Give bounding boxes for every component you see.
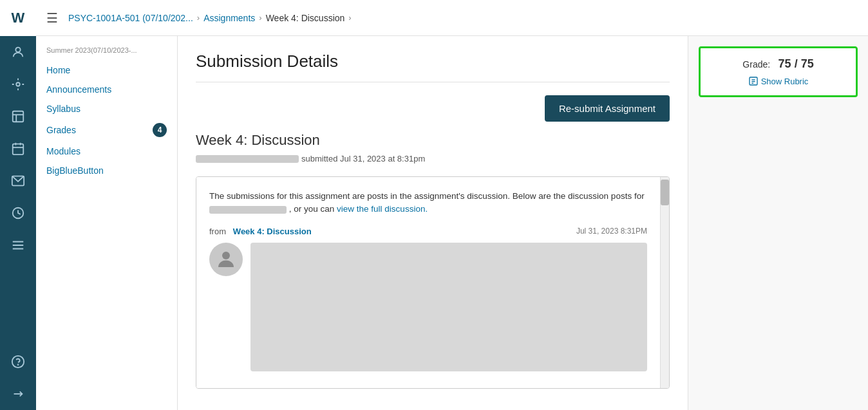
submission-text: The submissions for this assignment are … [209,190,647,216]
show-rubric-button[interactable]: Show Rubric [712,76,844,86]
student-name-redacted [196,155,299,163]
submission-meta: submitted Jul 31, 2023 at 8:31pm [196,154,670,163]
discussion-from-row: from Week 4: Discussion Jul 31, 2023 8:3… [209,227,647,236]
avatar-icon [214,248,238,271]
assignment-title: Week 4: Discussion [196,132,670,149]
page-title: Submission Details [196,51,670,82]
calendar-icon[interactable] [0,133,36,165]
svg-point-12 [18,364,19,365]
logo-button[interactable]: W [0,0,36,36]
sidebar-item-announcements[interactable]: Announcements [36,80,177,99]
user-icon[interactable] [0,36,36,68]
redacted-name-inline [209,206,287,214]
help-icon[interactable] [0,346,36,378]
content-area: Summer 2023(07/10/2023-... Home Announce… [36,36,868,410]
hamburger-menu[interactable]: ☰ [46,10,58,26]
breadcrumb-assignments[interactable]: Assignments [203,13,255,23]
files-icon[interactable] [0,229,36,261]
history-icon[interactable] [0,197,36,229]
sidebar-item-modules[interactable]: Modules [36,142,177,161]
breadcrumb-course[interactable]: PSYC-1001A-501 (07/10/202... [68,13,193,23]
top-nav: ☰ PSYC-1001A-501 (07/10/202... › Assignm… [36,0,868,36]
grade-label: Grade: [742,59,770,70]
sidebar-item-home[interactable]: Home [36,61,177,80]
grade-line: Grade: 75 / 75 [712,57,844,71]
breadcrumb-sep-1: › [197,13,200,23]
grade-value: 75 / 75 [778,57,814,70]
dashboard-icon[interactable] [0,68,36,100]
breadcrumb-sep-3: › [348,13,351,23]
submission-box: The submissions for this assignment are … [196,176,670,389]
from-label: from [209,227,226,236]
action-row: Re-submit Assignment [196,95,670,122]
svg-rect-5 [13,144,24,155]
svg-rect-2 [13,111,24,122]
discussion-timestamp: Jul 31, 2023 8:31PM [576,227,647,236]
resubmit-button[interactable]: Re-submit Assignment [545,95,670,122]
sidebar-item-syllabus[interactable]: Syllabus [36,99,177,118]
svg-point-14 [222,252,230,259]
sidebar-item-bigbluebutton[interactable]: BigBlueButton [36,161,177,180]
avatar-row [209,243,647,371]
show-rubric-label: Show Rubric [761,77,809,86]
post-content-placeholder [250,243,647,371]
sidebar: Summer 2023(07/10/2023-... Home Announce… [36,36,178,410]
sidebar-item-grades[interactable]: Grades 4 [36,118,177,142]
sidebar-semester: Summer 2023(07/10/2023-... [36,44,177,61]
page-content: Submission Details Re-submit Assignment … [178,36,688,410]
breadcrumb: PSYC-1001A-501 (07/10/202... › Assignmen… [68,13,352,23]
submitted-text: submitted Jul 31, 2023 at 8:31pm [301,154,425,163]
grade-box: Grade: 75 / 75 Show Rubric [699,46,858,97]
main-area: ☰ PSYC-1001A-501 (07/10/202... › Assignm… [36,0,868,410]
right-panel: Grade: 75 / 75 Show Rubric [688,36,868,410]
breadcrumb-sep-2: › [259,13,261,23]
rubric-icon [748,76,759,86]
breadcrumb-current: Week 4: Discussion [266,13,345,23]
discussion-topic-link[interactable]: Week 4: Discussion [233,227,312,236]
inbox-icon[interactable] [0,165,36,197]
collapse-icon[interactable] [0,378,36,410]
courses-icon[interactable] [0,100,36,133]
view-full-discussion-link[interactable]: view the full discussion. [337,204,428,214]
submission-scrollbar[interactable] [660,177,669,388]
avatar [209,243,243,276]
icon-bar: W [0,0,36,410]
svg-point-1 [16,82,20,86]
scrollbar-thumb [661,180,669,205]
submission-inner[interactable]: The submissions for this assignment are … [196,177,660,388]
grades-badge: 4 [153,123,167,137]
svg-point-0 [15,48,20,52]
